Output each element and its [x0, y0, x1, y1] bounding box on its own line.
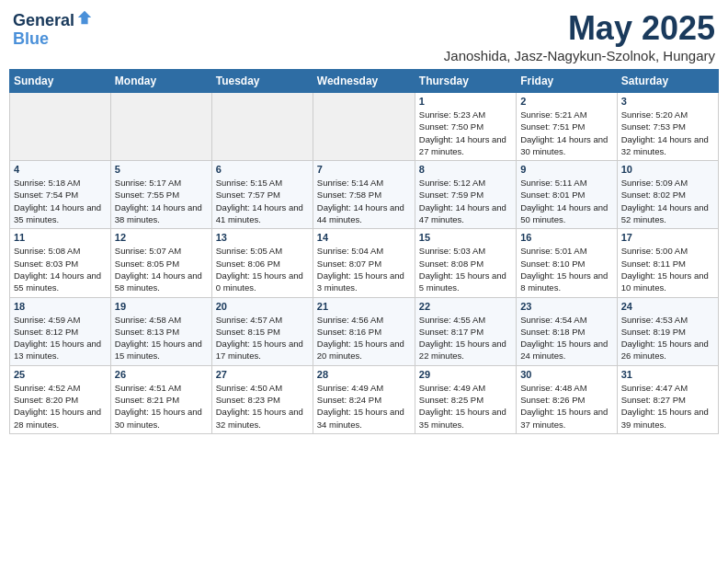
day-content: Sunrise: 4:56 AMSunset: 8:16 PMDaylight:…: [317, 314, 411, 362]
calendar-cell: [313, 93, 415, 161]
day-content: Sunrise: 4:57 AMSunset: 8:15 PMDaylight:…: [216, 314, 309, 362]
calendar-cell: 11Sunrise: 5:08 AMSunset: 8:03 PMDayligh…: [10, 229, 111, 297]
calendar-cell: 21Sunrise: 4:56 AMSunset: 8:16 PMDayligh…: [313, 297, 415, 365]
day-content: Sunrise: 4:59 AMSunset: 8:12 PMDaylight:…: [14, 314, 107, 362]
calendar-cell: 20Sunrise: 4:57 AMSunset: 8:15 PMDayligh…: [211, 297, 313, 365]
day-content: Sunrise: 5:17 AMSunset: 7:55 PMDaylight:…: [115, 177, 208, 225]
calendar-cell: 25Sunrise: 4:52 AMSunset: 8:20 PMDayligh…: [10, 365, 111, 433]
calendar-cell: 2Sunrise: 5:21 AMSunset: 7:51 PMDaylight…: [517, 93, 617, 161]
weekday-header: Tuesday: [211, 70, 313, 93]
day-number: 26: [115, 369, 208, 380]
day-content: Sunrise: 5:07 AMSunset: 8:05 PMDaylight:…: [115, 245, 208, 293]
day-number: 22: [419, 301, 512, 312]
weekday-header: Sunday: [10, 70, 111, 93]
calendar-cell: [10, 93, 111, 161]
calendar-cell: 16Sunrise: 5:01 AMSunset: 8:10 PMDayligh…: [517, 229, 617, 297]
logo-blue: Blue: [13, 30, 93, 49]
day-content: Sunrise: 5:18 AMSunset: 7:54 PMDaylight:…: [14, 177, 107, 225]
calendar-cell: 15Sunrise: 5:03 AMSunset: 8:08 PMDayligh…: [415, 229, 516, 297]
day-content: Sunrise: 5:05 AMSunset: 8:06 PMDaylight:…: [216, 245, 309, 293]
calendar-cell: [110, 93, 211, 161]
day-number: 5: [115, 164, 208, 175]
day-content: Sunrise: 4:54 AMSunset: 8:18 PMDaylight:…: [520, 314, 612, 362]
calendar-header-row: SundayMondayTuesdayWednesdayThursdayFrid…: [10, 70, 719, 93]
day-number: 14: [317, 232, 411, 243]
calendar-week-row: 11Sunrise: 5:08 AMSunset: 8:03 PMDayligh…: [10, 229, 719, 297]
day-number: 25: [14, 369, 107, 380]
day-number: 18: [14, 301, 107, 312]
logo-text: General: [13, 9, 93, 30]
day-content: Sunrise: 4:48 AMSunset: 8:26 PMDaylight:…: [520, 382, 612, 431]
day-number: 2: [520, 96, 612, 107]
day-number: 19: [115, 301, 208, 312]
calendar-cell: 19Sunrise: 4:58 AMSunset: 8:13 PMDayligh…: [110, 297, 211, 365]
calendar-cell: 4Sunrise: 5:18 AMSunset: 7:54 PMDaylight…: [10, 161, 111, 229]
logo: General Blue: [13, 9, 93, 49]
weekday-header: Saturday: [617, 70, 718, 93]
calendar-cell: 23Sunrise: 4:54 AMSunset: 8:18 PMDayligh…: [517, 297, 617, 365]
day-number: 9: [520, 164, 612, 175]
day-content: Sunrise: 5:08 AMSunset: 8:03 PMDaylight:…: [14, 245, 107, 293]
weekday-header: Monday: [110, 70, 211, 93]
calendar-cell: 14Sunrise: 5:04 AMSunset: 8:07 PMDayligh…: [313, 229, 415, 297]
day-content: Sunrise: 5:04 AMSunset: 8:07 PMDaylight:…: [317, 245, 411, 293]
day-content: Sunrise: 5:21 AMSunset: 7:51 PMDaylight:…: [520, 109, 612, 157]
day-number: 23: [520, 301, 612, 312]
day-number: 6: [216, 164, 309, 175]
calendar-cell: 31Sunrise: 4:47 AMSunset: 8:27 PMDayligh…: [617, 365, 718, 433]
day-content: Sunrise: 5:14 AMSunset: 7:58 PMDaylight:…: [317, 177, 411, 225]
calendar-week-row: 18Sunrise: 4:59 AMSunset: 8:12 PMDayligh…: [10, 297, 719, 365]
day-content: Sunrise: 4:50 AMSunset: 8:23 PMDaylight:…: [216, 382, 309, 431]
calendar-cell: 3Sunrise: 5:20 AMSunset: 7:53 PMDaylight…: [617, 93, 718, 161]
calendar-cell: 8Sunrise: 5:12 AMSunset: 7:59 PMDaylight…: [415, 161, 516, 229]
weekday-header: Thursday: [415, 70, 516, 93]
day-number: 15: [419, 232, 512, 243]
month-title: May 2025: [444, 9, 715, 48]
calendar-body: 1Sunrise: 5:23 AMSunset: 7:50 PMDaylight…: [10, 93, 719, 434]
weekday-header: Wednesday: [313, 70, 415, 93]
day-content: Sunrise: 5:12 AMSunset: 7:59 PMDaylight:…: [419, 177, 512, 225]
day-content: Sunrise: 5:01 AMSunset: 8:10 PMDaylight:…: [520, 245, 612, 293]
day-content: Sunrise: 5:15 AMSunset: 7:57 PMDaylight:…: [216, 177, 309, 225]
day-number: 27: [216, 369, 309, 380]
day-number: 20: [216, 301, 309, 312]
calendar-table: SundayMondayTuesdayWednesdayThursdayFrid…: [9, 69, 719, 434]
day-content: Sunrise: 4:51 AMSunset: 8:21 PMDaylight:…: [115, 382, 208, 431]
day-content: Sunrise: 4:47 AMSunset: 8:27 PMDaylight:…: [621, 382, 714, 431]
calendar-cell: 27Sunrise: 4:50 AMSunset: 8:23 PMDayligh…: [211, 365, 313, 433]
day-number: 7: [317, 164, 411, 175]
calendar-week-row: 4Sunrise: 5:18 AMSunset: 7:54 PMDaylight…: [10, 161, 719, 229]
day-number: 30: [520, 369, 612, 380]
calendar-week-row: 25Sunrise: 4:52 AMSunset: 8:20 PMDayligh…: [10, 365, 719, 433]
day-content: Sunrise: 5:11 AMSunset: 8:01 PMDaylight:…: [520, 177, 612, 225]
day-number: 28: [317, 369, 411, 380]
day-number: 10: [621, 164, 714, 175]
calendar-cell: 30Sunrise: 4:48 AMSunset: 8:26 PMDayligh…: [517, 365, 617, 433]
day-content: Sunrise: 4:49 AMSunset: 8:24 PMDaylight:…: [317, 382, 411, 431]
day-number: 12: [115, 232, 208, 243]
day-content: Sunrise: 4:53 AMSunset: 8:19 PMDaylight:…: [621, 314, 714, 362]
calendar-cell: 13Sunrise: 5:05 AMSunset: 8:06 PMDayligh…: [211, 229, 313, 297]
calendar-cell: 18Sunrise: 4:59 AMSunset: 8:12 PMDayligh…: [10, 297, 111, 365]
day-number: 1: [419, 96, 512, 107]
day-number: 29: [419, 369, 512, 380]
day-content: Sunrise: 5:03 AMSunset: 8:08 PMDaylight:…: [419, 245, 512, 293]
calendar-cell: 29Sunrise: 4:49 AMSunset: 8:25 PMDayligh…: [415, 365, 516, 433]
calendar-cell: 22Sunrise: 4:55 AMSunset: 8:17 PMDayligh…: [415, 297, 516, 365]
title-area: May 2025 Janoshida, Jasz-Nagykun-Szolnok…: [444, 9, 715, 63]
calendar-cell: 1Sunrise: 5:23 AMSunset: 7:50 PMDaylight…: [415, 93, 516, 161]
calendar-cell: 7Sunrise: 5:14 AMSunset: 7:58 PMDaylight…: [313, 161, 415, 229]
day-content: Sunrise: 5:23 AMSunset: 7:50 PMDaylight:…: [419, 109, 512, 157]
calendar-cell: 17Sunrise: 5:00 AMSunset: 8:11 PMDayligh…: [617, 229, 718, 297]
day-content: Sunrise: 4:52 AMSunset: 8:20 PMDaylight:…: [14, 382, 107, 431]
calendar-cell: 9Sunrise: 5:11 AMSunset: 8:01 PMDaylight…: [517, 161, 617, 229]
day-number: 8: [419, 164, 512, 175]
day-number: 17: [621, 232, 714, 243]
page-header: General Blue May 2025 Janoshida, Jasz-Na…: [9, 9, 719, 63]
day-number: 16: [520, 232, 612, 243]
day-number: 24: [621, 301, 714, 312]
calendar-cell: 24Sunrise: 4:53 AMSunset: 8:19 PMDayligh…: [617, 297, 718, 365]
weekday-header: Friday: [517, 70, 617, 93]
calendar-cell: 12Sunrise: 5:07 AMSunset: 8:05 PMDayligh…: [110, 229, 211, 297]
calendar-cell: 28Sunrise: 4:49 AMSunset: 8:24 PMDayligh…: [313, 365, 415, 433]
